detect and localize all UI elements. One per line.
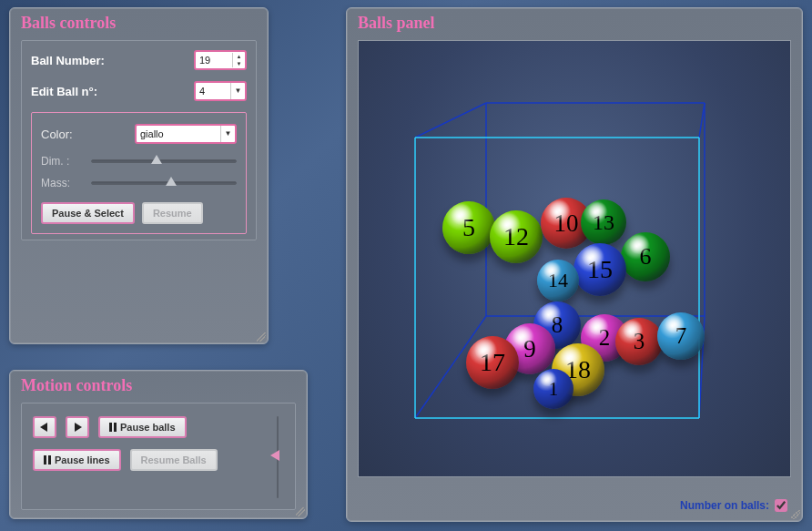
ball[interactable]: 1 <box>533 369 573 409</box>
motion-controls-body: Pause balls Pause lines Resume Balls <box>21 403 296 510</box>
pause-select-button[interactable]: Pause & Select <box>41 202 135 224</box>
edit-ball-value: 4 <box>196 86 230 97</box>
step-forward-button[interactable] <box>66 416 89 438</box>
balls-controls-body: Ball Number: 19 ▲ ▼ Edit Ball n°: 4 ▼ Co… <box>21 40 257 240</box>
pause-lines-label: Pause lines <box>55 454 110 465</box>
resize-grip-icon[interactable] <box>296 507 305 516</box>
pause-balls-label: Pause balls <box>120 422 176 433</box>
pause-icon <box>109 423 117 432</box>
dim-label: Dim. : <box>41 155 91 168</box>
color-label: Color: <box>41 128 135 141</box>
edit-ball-row: Edit Ball n°: 4 ▼ <box>31 81 247 101</box>
chevron-down-icon[interactable]: ▼ <box>220 126 235 142</box>
svg-line-7 <box>699 103 705 138</box>
mass-slider-thumb[interactable] <box>166 177 177 186</box>
ball[interactable]: 17 <box>466 336 519 389</box>
mass-row: Mass: <box>41 177 237 189</box>
motion-row-2: Pause lines Resume Balls <box>33 449 257 471</box>
number-on-balls-label: Number on balls: <box>680 499 769 512</box>
resume-balls-button: Resume Balls <box>130 449 218 471</box>
spinner-up-icon[interactable]: ▲ <box>233 53 245 60</box>
mass-slider[interactable] <box>91 181 237 185</box>
ball-number-spinner[interactable]: 19 ▲ ▼ <box>194 50 247 70</box>
balls-panel: Balls panel 5121013615148237917181 Numbe… <box>346 7 803 522</box>
mass-label: Mass: <box>41 177 91 189</box>
number-on-balls-checkbox[interactable] <box>775 499 787 512</box>
ball-number-row: Ball Number: 19 ▲ ▼ <box>31 50 247 70</box>
dim-slider-thumb[interactable] <box>151 155 162 164</box>
dim-row: Dim. : <box>41 155 237 168</box>
spinner-arrows: ▲ ▼ <box>232 53 245 67</box>
ball-number-label: Ball Number: <box>31 54 194 67</box>
speed-slider[interactable] <box>271 416 284 498</box>
ball[interactable]: 6 <box>621 232 670 281</box>
svg-line-6 <box>415 103 486 138</box>
number-on-balls-row: Number on balls: <box>680 499 787 512</box>
resume-button: Resume <box>142 202 203 224</box>
resume-label: Resume <box>153 208 192 219</box>
pause-balls-button[interactable]: Pause balls <box>98 416 187 438</box>
ball[interactable]: 3 <box>615 318 663 365</box>
triangle-left-icon <box>40 423 49 432</box>
speed-slider-thumb[interactable] <box>270 450 279 461</box>
balls-controls-panel: Balls controls Ball Number: 19 ▲ ▼ Edit … <box>9 7 269 344</box>
edit-ball-select[interactable]: 4 ▼ <box>194 81 247 101</box>
svg-marker-0 <box>40 423 47 432</box>
pause-select-label: Pause & Select <box>52 208 124 219</box>
balls-canvas[interactable]: 5121013615148237917181 <box>358 40 791 477</box>
ball[interactable]: 5 <box>442 201 495 254</box>
chevron-down-icon[interactable]: ▼ <box>230 83 245 99</box>
ball[interactable]: 12 <box>490 210 543 263</box>
svg-marker-1 <box>75 423 82 432</box>
motion-controls-title: Motion controls <box>10 371 307 403</box>
balls-controls-title: Balls controls <box>10 8 268 40</box>
ball-number-value: 19 <box>196 55 232 66</box>
resume-balls-label: Resume Balls <box>141 454 207 465</box>
ball[interactable]: 13 <box>581 199 626 245</box>
edit-buttons-row: Pause & Select Resume <box>41 202 237 224</box>
triangle-right-icon <box>73 423 82 432</box>
color-select[interactable]: giallo ▼ <box>135 124 237 144</box>
edit-ball-label: Edit Ball n°: <box>31 85 194 98</box>
pause-lines-button[interactable]: Pause lines <box>33 449 121 471</box>
color-row: Color: giallo ▼ <box>41 124 237 144</box>
dim-slider[interactable] <box>91 159 237 163</box>
motion-controls-panel: Motion controls Pause balls Pause lines <box>9 370 308 519</box>
resize-grip-icon[interactable] <box>257 332 266 342</box>
resize-grip-icon[interactable] <box>791 510 800 519</box>
color-value: giallo <box>137 128 220 139</box>
ball-edit-subgroup: Color: giallo ▼ Dim. : Mass: <box>31 112 247 234</box>
ball[interactable]: 7 <box>657 312 705 360</box>
pause-icon <box>44 455 51 465</box>
ball[interactable]: 14 <box>537 260 579 301</box>
balls-panel-title: Balls panel <box>347 8 802 40</box>
step-back-button[interactable] <box>33 416 56 438</box>
ball[interactable]: 15 <box>573 243 626 296</box>
motion-buttons-area: Pause balls Pause lines Resume Balls <box>33 416 257 498</box>
motion-row-1: Pause balls <box>33 416 257 438</box>
spinner-down-icon[interactable]: ▼ <box>233 60 245 67</box>
